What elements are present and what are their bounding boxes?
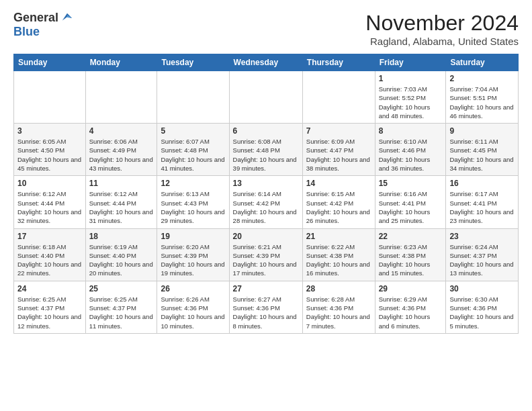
calendar-cell: 14Sunrise: 6:15 AM Sunset: 4:42 PM Dayli… (302, 176, 375, 228)
calendar-cell: 29Sunrise: 6:29 AM Sunset: 4:36 PM Dayli… (375, 281, 446, 333)
day-number: 21 (306, 232, 371, 241)
day-info: Sunrise: 6:25 AM Sunset: 4:37 PM Dayligh… (89, 295, 154, 330)
calendar-cell: 3Sunrise: 6:05 AM Sunset: 4:50 PM Daylig… (14, 124, 86, 176)
day-number: 30 (449, 284, 515, 293)
calendar-cell (229, 71, 302, 124)
calendar-cell: 4Sunrise: 6:06 AM Sunset: 4:49 PM Daylig… (85, 124, 157, 176)
day-number: 23 (449, 232, 515, 241)
calendar-day-header: Thursday (302, 54, 375, 71)
calendar-cell: 11Sunrise: 6:12 AM Sunset: 4:44 PM Dayli… (85, 176, 157, 228)
calendar-day-header: Wednesday (229, 54, 302, 71)
day-info: Sunrise: 6:25 AM Sunset: 4:37 PM Dayligh… (17, 295, 82, 330)
logo-general-text: General (13, 11, 58, 25)
day-number: 9 (449, 126, 515, 136)
calendar-day-header: Friday (375, 54, 446, 71)
calendar-cell: 5Sunrise: 6:07 AM Sunset: 4:48 PM Daylig… (157, 124, 229, 176)
calendar-week-row: 24Sunrise: 6:25 AM Sunset: 4:37 PM Dayli… (14, 281, 519, 333)
calendar-week-row: 10Sunrise: 6:12 AM Sunset: 4:44 PM Dayli… (14, 176, 519, 228)
day-info: Sunrise: 6:26 AM Sunset: 4:36 PM Dayligh… (161, 295, 225, 330)
day-info: Sunrise: 6:27 AM Sunset: 4:36 PM Dayligh… (233, 295, 299, 330)
day-number: 15 (379, 179, 443, 188)
day-info: Sunrise: 6:16 AM Sunset: 4:41 PM Dayligh… (379, 189, 443, 225)
calendar-cell: 17Sunrise: 6:18 AM Sunset: 4:40 PM Dayli… (14, 228, 86, 281)
calendar-day-header: Sunday (14, 54, 86, 71)
calendar-cell: 8Sunrise: 6:10 AM Sunset: 4:46 PM Daylig… (375, 124, 446, 176)
calendar-cell: 7Sunrise: 6:09 AM Sunset: 4:47 PM Daylig… (302, 124, 375, 176)
day-number: 11 (89, 179, 154, 188)
calendar-cell: 27Sunrise: 6:27 AM Sunset: 4:36 PM Dayli… (229, 281, 302, 333)
location: Ragland, Alabama, United States (365, 36, 519, 47)
day-number: 28 (306, 284, 371, 293)
day-number: 2 (449, 74, 515, 83)
calendar-cell: 6Sunrise: 6:08 AM Sunset: 4:48 PM Daylig… (229, 124, 302, 176)
day-info: Sunrise: 6:22 AM Sunset: 4:38 PM Dayligh… (306, 242, 371, 278)
day-info: Sunrise: 6:30 AM Sunset: 4:36 PM Dayligh… (449, 295, 515, 330)
day-number: 24 (17, 284, 82, 293)
calendar-cell: 16Sunrise: 6:17 AM Sunset: 4:41 PM Dayli… (446, 176, 519, 228)
day-number: 20 (233, 232, 299, 241)
day-info: Sunrise: 6:11 AM Sunset: 4:45 PM Dayligh… (449, 137, 515, 173)
calendar-week-row: 3Sunrise: 6:05 AM Sunset: 4:50 PM Daylig… (14, 124, 519, 176)
logo: General Blue (13, 11, 73, 39)
day-info: Sunrise: 6:10 AM Sunset: 4:46 PM Dayligh… (379, 137, 443, 173)
day-info: Sunrise: 6:09 AM Sunset: 4:47 PM Dayligh… (306, 137, 371, 173)
day-number: 16 (449, 179, 515, 188)
day-number: 1 (379, 74, 443, 83)
calendar-table: SundayMondayTuesdayWednesdayThursdayFrid… (13, 54, 519, 334)
day-info: Sunrise: 6:14 AM Sunset: 4:42 PM Dayligh… (233, 189, 299, 225)
calendar-cell: 18Sunrise: 6:19 AM Sunset: 4:40 PM Dayli… (85, 228, 157, 281)
calendar-cell: 21Sunrise: 6:22 AM Sunset: 4:38 PM Dayli… (302, 228, 375, 281)
calendar-body: 1Sunrise: 7:03 AM Sunset: 5:52 PM Daylig… (14, 71, 519, 334)
title-block: November 2024 Ragland, Alabama, United S… (365, 11, 519, 47)
calendar-cell (302, 71, 375, 124)
calendar-cell: 24Sunrise: 6:25 AM Sunset: 4:37 PM Dayli… (14, 281, 86, 333)
day-info: Sunrise: 6:15 AM Sunset: 4:42 PM Dayligh… (306, 189, 371, 225)
logo-blue-text: Blue (13, 25, 40, 38)
calendar-day-header: Saturday (446, 54, 519, 71)
day-number: 6 (233, 126, 299, 136)
calendar-cell: 23Sunrise: 6:24 AM Sunset: 4:37 PM Dayli… (446, 228, 519, 281)
calendar-cell: 1Sunrise: 7:03 AM Sunset: 5:52 PM Daylig… (375, 71, 446, 124)
day-number: 12 (161, 179, 225, 188)
day-number: 22 (379, 232, 443, 241)
day-number: 29 (379, 284, 443, 293)
calendar-cell: 15Sunrise: 6:16 AM Sunset: 4:41 PM Dayli… (375, 176, 446, 228)
calendar-cell: 9Sunrise: 6:11 AM Sunset: 4:45 PM Daylig… (446, 124, 519, 176)
calendar-cell: 26Sunrise: 6:26 AM Sunset: 4:36 PM Dayli… (157, 281, 229, 333)
day-info: Sunrise: 6:17 AM Sunset: 4:41 PM Dayligh… (449, 189, 515, 225)
day-number: 4 (89, 126, 154, 136)
day-number: 13 (233, 179, 299, 188)
day-number: 10 (17, 179, 82, 188)
calendar-cell: 28Sunrise: 6:28 AM Sunset: 4:36 PM Dayli… (302, 281, 375, 333)
day-number: 17 (17, 232, 82, 241)
day-info: Sunrise: 6:05 AM Sunset: 4:50 PM Dayligh… (17, 137, 82, 173)
calendar-cell: 19Sunrise: 6:20 AM Sunset: 4:39 PM Dayli… (157, 228, 229, 281)
page: General Blue November 2024 Ragland, Alab… (0, 0, 532, 340)
calendar-cell: 2Sunrise: 7:04 AM Sunset: 5:51 PM Daylig… (446, 71, 519, 124)
day-number: 3 (17, 126, 82, 136)
day-info: Sunrise: 6:06 AM Sunset: 4:49 PM Dayligh… (89, 137, 154, 173)
calendar-cell: 22Sunrise: 6:23 AM Sunset: 4:38 PM Dayli… (375, 228, 446, 281)
day-info: Sunrise: 6:12 AM Sunset: 4:44 PM Dayligh… (89, 189, 154, 225)
day-number: 25 (89, 284, 154, 293)
calendar-cell: 12Sunrise: 6:13 AM Sunset: 4:43 PM Dayli… (157, 176, 229, 228)
day-number: 27 (233, 284, 299, 293)
day-info: Sunrise: 6:13 AM Sunset: 4:43 PM Dayligh… (161, 189, 225, 225)
day-info: Sunrise: 6:07 AM Sunset: 4:48 PM Dayligh… (161, 137, 225, 173)
calendar-cell: 30Sunrise: 6:30 AM Sunset: 4:36 PM Dayli… (446, 281, 519, 333)
calendar-header-row: SundayMondayTuesdayWednesdayThursdayFrid… (14, 54, 519, 71)
day-info: Sunrise: 6:23 AM Sunset: 4:38 PM Dayligh… (379, 242, 443, 278)
day-number: 5 (161, 126, 225, 136)
calendar-week-row: 1Sunrise: 7:03 AM Sunset: 5:52 PM Daylig… (14, 71, 519, 124)
header: General Blue November 2024 Ragland, Alab… (13, 11, 519, 47)
day-number: 8 (379, 126, 443, 136)
day-info: Sunrise: 6:18 AM Sunset: 4:40 PM Dayligh… (17, 242, 82, 278)
day-number: 18 (89, 232, 154, 241)
day-number: 26 (161, 284, 225, 293)
day-info: Sunrise: 6:08 AM Sunset: 4:48 PM Dayligh… (233, 137, 299, 173)
calendar-cell: 20Sunrise: 6:21 AM Sunset: 4:39 PM Dayli… (229, 228, 302, 281)
day-info: Sunrise: 7:04 AM Sunset: 5:51 PM Dayligh… (449, 85, 515, 120)
day-info: Sunrise: 6:28 AM Sunset: 4:36 PM Dayligh… (306, 295, 371, 330)
calendar-cell (14, 71, 86, 124)
day-info: Sunrise: 6:29 AM Sunset: 4:36 PM Dayligh… (379, 295, 443, 330)
